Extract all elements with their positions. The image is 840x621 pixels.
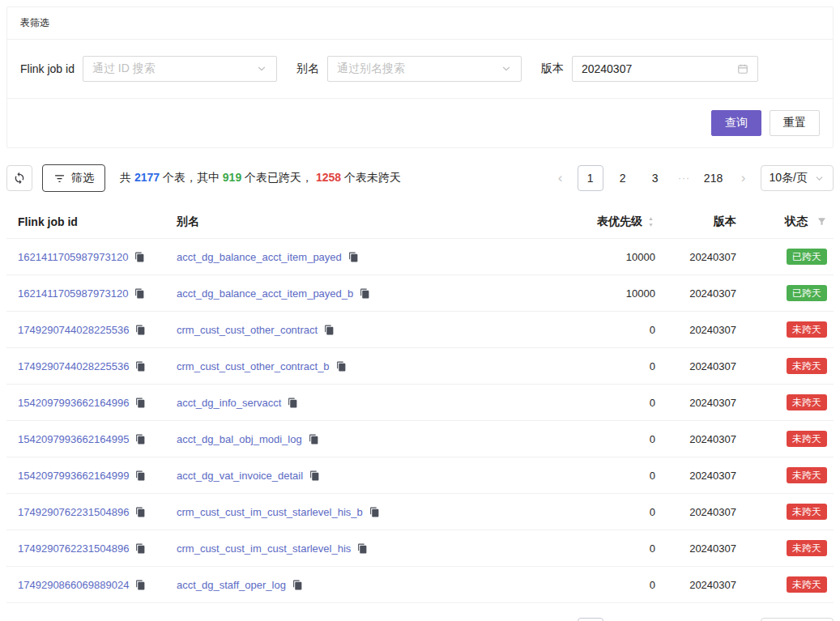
copy-icon[interactable] (134, 252, 145, 262)
page-ellipsis[interactable]: ··· (675, 172, 694, 184)
copy-icon[interactable] (288, 398, 298, 408)
job-id-placeholder: 通过 ID 搜索 (92, 62, 156, 76)
copy-icon[interactable] (336, 361, 347, 372)
priority-value: 0 (526, 470, 655, 482)
copy-icon[interactable] (135, 434, 146, 444)
copy-icon[interactable] (360, 288, 370, 299)
column-header-job-id: Flink job id (18, 215, 177, 228)
page-button-last[interactable]: 218 (701, 165, 727, 191)
job-id-link[interactable]: 1749290744028225536 (18, 324, 129, 336)
refresh-button[interactable] (6, 165, 32, 191)
table-row: 1542097993662164995 acct_dg_bal_obj_modi… (6, 421, 834, 457)
alias-link[interactable]: crm_cust_cust_im_cust_starlevel_his (177, 542, 351, 555)
priority-value: 0 (526, 579, 655, 591)
job-id-link[interactable]: 1749290762231504896 (18, 542, 129, 555)
version-value: 20240307 (655, 324, 736, 336)
column-header-alias: 别名 (177, 215, 526, 229)
job-id-link[interactable]: 1749290762231504896 (18, 506, 129, 518)
version-value: 20240307 (655, 433, 736, 445)
alias-link[interactable]: acct_dg_info_servacct (177, 397, 281, 409)
copy-icon[interactable] (292, 580, 303, 590)
page-button-3[interactable]: 3 (642, 618, 668, 621)
copy-icon[interactable] (369, 507, 380, 517)
copy-icon[interactable] (135, 507, 146, 517)
filter-button-label: 筛选 (71, 171, 94, 185)
copy-icon[interactable] (135, 543, 146, 554)
alias-field-group: 别名 通过别名搜索 (296, 56, 522, 82)
column-header-priority: 表优先级 (597, 215, 642, 229)
priority-value: 0 (526, 360, 655, 372)
reset-button[interactable]: 重置 (770, 110, 820, 136)
status-badge: 未跨天 (787, 431, 827, 447)
job-id-link[interactable]: 1542097993662164999 (18, 470, 129, 482)
copy-icon[interactable] (135, 580, 146, 590)
page-button-3[interactable]: 3 (642, 165, 668, 191)
status-filter-icon[interactable] (817, 216, 827, 227)
status-badge: 未跨天 (787, 321, 827, 338)
sort-icon[interactable] (646, 216, 655, 228)
copy-icon[interactable] (357, 543, 368, 554)
table-row: 1749290762231504896 crm_cust_cust_im_cus… (6, 494, 834, 530)
copy-icon[interactable] (324, 325, 335, 335)
alias-link[interactable]: acct_dg_vat_invoice_detail (177, 470, 303, 482)
next-page-button[interactable]: › (733, 618, 754, 621)
page-size-select[interactable]: 10条/页 (761, 618, 834, 621)
job-id-link[interactable]: 1621411705987973120 (18, 251, 128, 263)
version-value: 20240307 (655, 506, 736, 518)
table-row: 1749290744028225536 crm_cust_cust_other_… (6, 312, 834, 348)
alias-link[interactable]: acct_dg_staff_oper_log (177, 579, 286, 591)
prev-page-button[interactable]: ‹ (550, 618, 571, 621)
job-id-link[interactable]: 1542097993662164995 (18, 433, 129, 445)
copy-icon[interactable] (135, 361, 146, 372)
copy-icon[interactable] (135, 398, 146, 408)
next-page-button[interactable]: › (733, 165, 754, 191)
page-button-2[interactable]: 2 (610, 165, 636, 191)
alias-link[interactable]: acct_dg_balance_acct_item_payed_b (177, 287, 353, 300)
table-body: 1621411705987973120 acct_dg_balance_acct… (6, 239, 834, 603)
prev-page-button[interactable]: ‹ (550, 165, 571, 191)
job-id-link[interactable]: 1621411705987973120 (18, 287, 128, 300)
query-button[interactable]: 查询 (711, 110, 761, 136)
job-id-link[interactable]: 1749290866069889024 (18, 579, 129, 591)
table-summary: 共 2177 个表，其中 919 个表已跨天， 1258 个表未跨天 (120, 171, 401, 185)
version-value: 20240307 (655, 360, 736, 372)
table-row: 1542097993662164996 acct_dg_info_servacc… (6, 385, 834, 421)
copy-icon[interactable] (348, 252, 359, 262)
chevron-down-icon (814, 173, 825, 184)
alias-link[interactable]: crm_cust_cust_other_contract_b (177, 360, 330, 372)
page-button-2[interactable]: 2 (610, 618, 636, 621)
page-button-last[interactable]: 218 (701, 618, 727, 621)
filter-actions-row: 查询 重置 (7, 99, 833, 147)
table-row: 1749290762231504896 crm_cust_cust_im_cus… (6, 530, 834, 567)
page-size-select[interactable]: 10条/页 (761, 165, 834, 191)
status-badge: 已跨天 (787, 249, 827, 265)
job-id-link[interactable]: 1749290744028225536 (18, 360, 129, 372)
copy-icon[interactable] (135, 325, 146, 335)
copy-icon[interactable] (309, 434, 319, 444)
summary-prefix: 共 (120, 171, 134, 184)
alias-link[interactable]: acct_dg_balance_acct_item_payed (177, 251, 342, 263)
alias-link[interactable]: crm_cust_cust_other_contract (177, 324, 318, 336)
alias-placeholder: 通过别名搜索 (337, 62, 405, 76)
copy-icon[interactable] (309, 470, 320, 481)
filter-toggle-button[interactable]: 筛选 (42, 164, 105, 192)
page-button-1[interactable]: 1 (578, 165, 603, 191)
summary-mid2: 个表已跨天， (241, 171, 316, 184)
alias-link[interactable]: acct_dg_bal_obj_modi_log (177, 433, 302, 445)
job-id-select[interactable]: 通过 ID 搜索 (83, 56, 277, 82)
page-size-value: 10条/页 (770, 171, 808, 185)
alias-select[interactable]: 通过别名搜索 (327, 56, 522, 82)
copy-icon[interactable] (134, 288, 145, 299)
pagination: ‹ 1 2 3 ··· 218 › 10条/页 (550, 165, 834, 191)
alias-link[interactable]: crm_cust_cust_im_cust_starlevel_his_b (177, 506, 363, 518)
page-button-1[interactable]: 1 (578, 618, 603, 621)
job-id-link[interactable]: 1542097993662164996 (18, 397, 129, 409)
priority-value: 0 (526, 542, 655, 555)
table-header-row: Flink job id 别名 表优先级 版本 状态 (6, 205, 834, 239)
version-date-input[interactable]: 20240307 (572, 56, 758, 82)
priority-value: 10000 (526, 287, 655, 300)
copy-icon[interactable] (135, 470, 146, 481)
version-value: 20240307 (582, 62, 632, 75)
status-badge: 未跨天 (787, 540, 827, 556)
table-row: 1621411705987973120 acct_dg_balance_acct… (6, 275, 834, 312)
